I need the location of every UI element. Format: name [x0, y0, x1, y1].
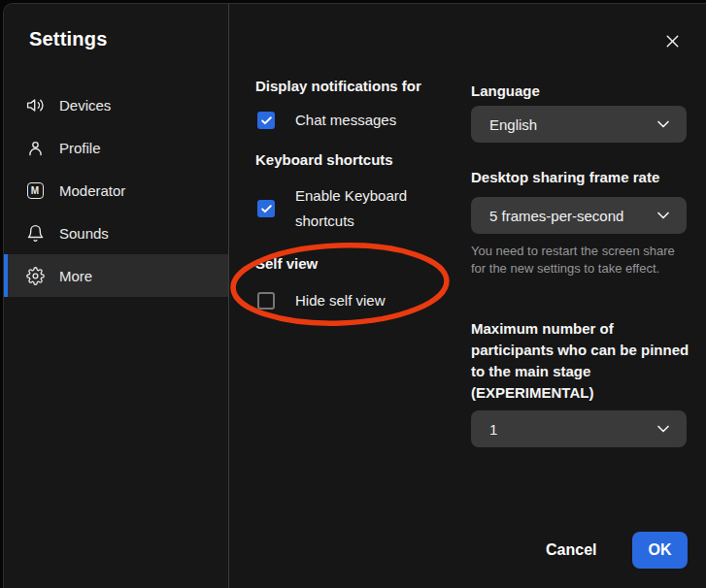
chat-messages-checkbox-row[interactable]: Chat messages — [257, 108, 396, 133]
hide-self-view-checkbox-row[interactable]: Hide self view — [257, 288, 386, 313]
sidebar-item-label: Profile — [59, 140, 101, 156]
dialog-title: Settings — [29, 28, 108, 50]
language-label: Language — [471, 81, 540, 102]
sidebar-item-moderator[interactable]: M Moderator — [4, 169, 228, 212]
bell-icon — [25, 223, 45, 243]
chat-messages-label: Chat messages — [295, 108, 396, 133]
sidebar-item-more[interactable]: More — [4, 254, 228, 297]
max-pinned-select[interactable]: 1 — [471, 410, 687, 447]
cancel-button[interactable]: Cancel — [534, 532, 608, 569]
checkmark-icon — [260, 203, 273, 215]
hide-self-view-checkbox[interactable] — [257, 292, 275, 310]
sidebar-item-label: Devices — [59, 97, 111, 114]
keyboard-shortcuts-heading: Keyboard shortcuts — [255, 151, 393, 168]
close-icon — [662, 31, 683, 51]
language-select[interactable]: English — [471, 106, 687, 143]
max-pinned-value: 1 — [489, 421, 654, 438]
sidebar-item-label: Sounds — [59, 225, 109, 242]
hide-self-view-label: Hide self view — [295, 288, 386, 313]
frame-rate-select[interactable]: 5 frames-per-second — [471, 197, 687, 234]
checkmark-icon — [260, 114, 273, 127]
person-icon — [25, 138, 45, 157]
enable-shortcuts-checkbox[interactable] — [257, 200, 275, 217]
settings-sidebar: Settings Devices — [4, 4, 229, 588]
enable-shortcuts-label: Enable Keyboard shortcuts — [295, 183, 423, 234]
more-tab-panel: Display notifications for Chat messages … — [230, 4, 706, 588]
moderator-icon: M — [25, 180, 45, 200]
enable-shortcuts-checkbox-row[interactable]: Enable Keyboard shortcuts — [257, 183, 423, 234]
language-value: English — [489, 116, 654, 133]
sidebar-item-profile[interactable]: Profile — [4, 126, 228, 169]
settings-dialog: Settings Devices — [3, 3, 706, 588]
gear-icon — [25, 266, 45, 285]
self-view-heading: Self view — [255, 255, 318, 272]
speaker-icon — [25, 95, 45, 114]
max-pinned-label: Maximum number of participants who can b… — [471, 318, 690, 404]
sidebar-item-sounds[interactable]: Sounds — [4, 212, 228, 254]
chevron-down-icon — [654, 419, 673, 439]
frame-rate-value: 5 frames-per-second — [489, 208, 654, 224]
chat-messages-checkbox[interactable] — [257, 112, 275, 129]
close-button[interactable] — [656, 25, 688, 56]
ok-button[interactable]: OK — [632, 532, 688, 569]
sidebar-item-label: Moderator — [59, 182, 125, 199]
frame-rate-note: You need to restart the screen share for… — [471, 243, 690, 277]
sidebar-menu: Devices Profile M Moderator — [4, 83, 228, 297]
frame-rate-label: Desktop sharing frame rate — [471, 167, 659, 188]
chevron-down-icon — [654, 114, 673, 134]
sidebar-item-label: More — [59, 268, 92, 284]
sidebar-item-devices[interactable]: Devices — [4, 83, 228, 126]
notifications-heading: Display notifications for — [255, 78, 421, 94]
chevron-down-icon — [654, 206, 673, 225]
